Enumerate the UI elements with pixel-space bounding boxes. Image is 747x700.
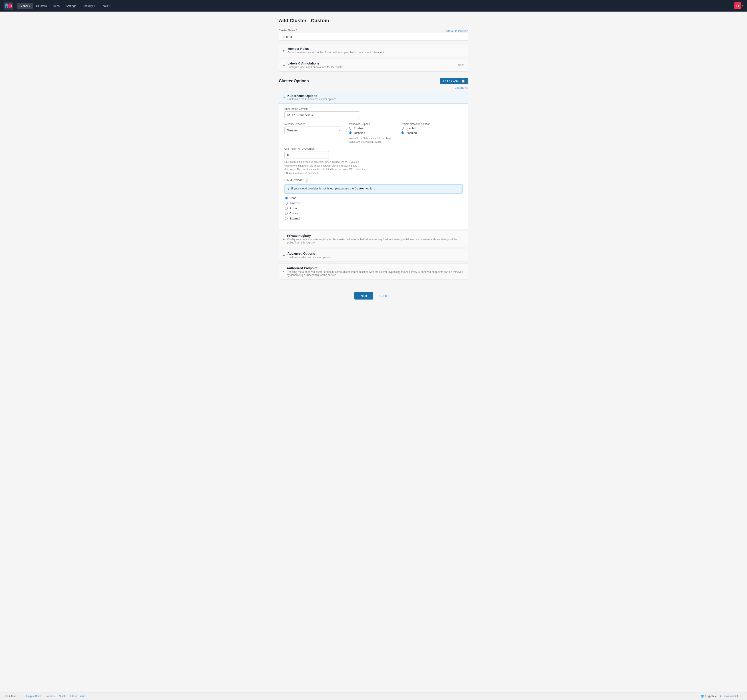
cloud-external-radio[interactable] xyxy=(285,217,288,220)
member-roles-section: ▶ Member Roles Control who has access to… xyxy=(279,44,468,57)
next-button[interactable]: Next xyxy=(354,292,373,299)
authorized-endpoint-subtitle: Enabling the authorized cluster endpoint… xyxy=(287,271,464,277)
cluster-options-title: Cluster Options xyxy=(279,79,309,83)
chevron-down-icon: ▼ xyxy=(283,95,286,99)
cloud-provider-group: Cloud Provider ? ℹ If your cloud provide… xyxy=(284,178,463,220)
authorized-endpoint-header[interactable]: ▶ Authorized Endpoint Enabling the autho… xyxy=(279,264,468,279)
cluster-name-group: Cluster Name * Add a Description xyxy=(279,29,468,41)
required-indicator: * xyxy=(296,29,297,32)
cancel-button[interactable]: Cancel xyxy=(376,292,393,299)
edit-yaml-button[interactable]: Edit as YAML 📋 xyxy=(440,78,468,84)
windows-support-radio-group: Enabled Disabled xyxy=(349,127,394,135)
add-description-link[interactable]: Add a Description xyxy=(445,29,468,33)
nav-clusters[interactable]: Clusters xyxy=(33,3,50,9)
labels-annotations-header[interactable]: ▶ Labels & Annotations Configure labels … xyxy=(279,59,468,71)
expand-all-link[interactable]: Expand All xyxy=(279,86,468,89)
chevron-down-icon: ▾ xyxy=(109,5,110,7)
chevron-right-icon: ▶ xyxy=(283,49,286,52)
project-enabled-option[interactable]: Enabled xyxy=(401,127,430,130)
advanced-options-title: Advanced Options xyxy=(287,252,330,255)
chevron-down-icon: ▾ xyxy=(29,5,30,7)
cloud-custom-radio[interactable] xyxy=(285,212,288,215)
svg-rect-3 xyxy=(7,6,8,8)
member-roles-subtitle: Control who has access to the cluster an… xyxy=(287,51,385,54)
windows-support-note: Available for Kubernetes 1.15 or above w… xyxy=(349,136,394,144)
page-footer-actions: Next Cancel xyxy=(279,287,468,299)
nav-tools[interactable]: Tools ▾ xyxy=(98,3,112,9)
windows-support-label: Windows Support xyxy=(349,122,394,125)
cloud-azure-radio[interactable] xyxy=(285,207,288,210)
cloud-none-radio[interactable] xyxy=(285,197,288,200)
project-disabled-radio[interactable] xyxy=(401,132,404,134)
project-network-radio-group: Enabled Disabled xyxy=(401,127,430,135)
cloud-custom-option[interactable]: Custom xyxy=(285,212,463,215)
cloud-external-option[interactable]: External xyxy=(285,217,463,220)
k8s-options-title: Kubernetes Options xyxy=(287,94,336,98)
windows-enabled-option[interactable]: Enabled xyxy=(349,127,394,130)
cluster-options-header: Cluster Options Edit as YAML 📋 xyxy=(279,78,468,84)
chevron-right-icon: ▶ xyxy=(283,254,286,257)
labels-value: None xyxy=(458,63,464,67)
edit-icon: 📋 xyxy=(461,79,465,83)
advanced-options-subtitle: Customize advanced cluster options xyxy=(287,256,330,259)
chevron-right-icon: ▶ xyxy=(283,237,285,240)
svg-text:TT: TT xyxy=(9,5,12,7)
project-network-group: Project Network Isolation Enabled Disabl… xyxy=(401,122,430,135)
cloud-provider-info-box: ℹ If your cloud provider is not listed, … xyxy=(284,184,463,194)
k8s-version-label: Kubernetes Version xyxy=(284,107,463,110)
chevron-right-icon: ▶ xyxy=(283,270,285,273)
main-content: Add Cluster - Custom Cluster Name * Add … xyxy=(274,12,473,317)
windows-disabled-option[interactable]: Disabled xyxy=(349,131,394,135)
navbar: TT Global ▾ Clusters Apps Settings Secur… xyxy=(0,0,747,12)
cni-mtu-label: CNI Plugin MTU Override xyxy=(284,147,463,150)
kubernetes-options-body: Kubernetes Version v1.17.3-rancher1-2 v1… xyxy=(279,104,468,229)
user-avatar[interactable]: TT xyxy=(734,2,741,9)
network-provider-label: Network Provider xyxy=(284,122,342,125)
advanced-options-header[interactable]: ▶ Advanced Options Customize advanced cl… xyxy=(279,249,468,262)
kubernetes-options-section: ▼ Kubernetes Options Customize the kuber… xyxy=(279,91,468,229)
cni-mtu-input[interactable] xyxy=(284,151,329,159)
authorized-endpoint-title: Authorized Endpoint xyxy=(287,266,464,270)
k8s-version-select-wrapper: v1.17.3-rancher1-2 v1.16.6-rancher1-2 v1… xyxy=(284,111,360,119)
windows-enabled-radio[interactable] xyxy=(349,127,352,130)
network-row: Network Provider Weave Flannel Calico Ca… xyxy=(284,122,463,144)
authorized-endpoint-section: ▶ Authorized Endpoint Enabling the autho… xyxy=(279,263,468,280)
network-provider-select[interactable]: Weave Flannel Calico Canal None xyxy=(284,127,342,134)
cloud-none-option[interactable]: None xyxy=(285,197,463,200)
info-icon: ℹ xyxy=(288,187,289,191)
cluster-name-input[interactable] xyxy=(279,33,468,41)
project-enabled-radio[interactable] xyxy=(401,127,404,130)
svg-rect-1 xyxy=(5,3,8,6)
cloud-provider-label: Cloud Provider ? xyxy=(284,178,463,182)
chevron-down-icon: ▾ xyxy=(94,5,95,7)
navbar-right: TT ▾ xyxy=(734,2,744,9)
cloud-azure-option[interactable]: Azure xyxy=(285,207,463,210)
labels-annotations-section: ▶ Labels & Annotations Configure labels … xyxy=(279,59,468,72)
cluster-name-label: Cluster Name * xyxy=(279,29,297,32)
project-disabled-option[interactable]: Disabled xyxy=(401,131,430,135)
windows-disabled-radio[interactable] xyxy=(349,132,352,134)
member-roles-title: Member Roles xyxy=(287,47,385,50)
page-title: Add Cluster - Custom xyxy=(279,18,329,24)
nav-settings[interactable]: Settings xyxy=(63,3,79,9)
network-provider-select-wrapper: Weave Flannel Calico Canal None ▾ xyxy=(284,127,342,134)
brand-logo[interactable]: TT xyxy=(3,2,14,10)
cloud-provider-radio-list: None Amazon Azure Custom xyxy=(285,197,463,220)
cloud-provider-help-icon[interactable]: ? xyxy=(305,178,308,182)
kubernetes-options-header[interactable]: ▼ Kubernetes Options Customize the kuber… xyxy=(279,91,468,104)
labels-title: Labels & Annotations xyxy=(287,62,458,65)
nav-apps[interactable]: Apps xyxy=(50,3,62,9)
cloud-amazon-radio[interactable] xyxy=(285,202,288,204)
private-registry-header[interactable]: ▶ Private Registry Configure a default p… xyxy=(279,231,468,247)
k8s-options-subtitle: Customize the kubernetes cluster options xyxy=(287,98,336,101)
project-network-label: Project Network Isolation xyxy=(401,122,430,125)
cloud-amazon-option[interactable]: Amazon xyxy=(285,201,463,205)
windows-support-group: Windows Support Enabled Disabled Availab… xyxy=(349,122,394,144)
k8s-version-select[interactable]: v1.17.3-rancher1-2 v1.16.6-rancher1-2 v1… xyxy=(284,111,360,119)
nav-items: Global ▾ Clusters Apps Settings Security… xyxy=(17,3,734,9)
nav-global[interactable]: Global ▾ xyxy=(17,3,33,9)
member-roles-header[interactable]: ▶ Member Roles Control who has access to… xyxy=(279,44,468,57)
nav-security[interactable]: Security ▾ xyxy=(80,3,98,9)
private-registry-title: Private Registry xyxy=(287,234,464,237)
cni-mtu-group: CNI Plugin MTU Override Only applied if … xyxy=(284,147,463,175)
